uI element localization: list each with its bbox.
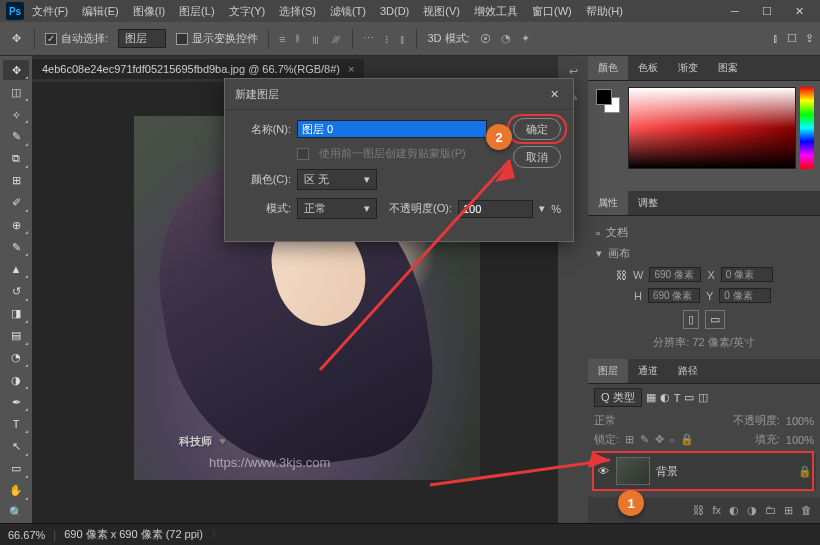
tab-properties[interactable]: 属性 xyxy=(588,191,628,215)
orientation-landscape-icon[interactable]: ▭ xyxy=(705,310,725,329)
align-icon-4[interactable]: ⫻ xyxy=(331,33,342,45)
path-select-tool[interactable]: ↖ xyxy=(3,436,29,456)
name-field[interactable] xyxy=(297,120,487,138)
hue-strip[interactable] xyxy=(800,87,814,169)
blur-tool[interactable]: ◔ xyxy=(3,348,29,368)
layer-row-background[interactable]: 👁 背景 🔒 xyxy=(592,453,816,489)
frame-tool[interactable]: ⊞ xyxy=(3,171,29,191)
color-swatches[interactable] xyxy=(596,89,620,113)
hand-tool[interactable]: ✋ xyxy=(3,481,29,501)
blend-mode[interactable]: 正常 xyxy=(594,413,616,428)
delete-layer-icon[interactable]: 🗑 xyxy=(801,504,812,516)
opacity-field[interactable] xyxy=(458,200,533,218)
layer-filter-type[interactable]: Q 类型 xyxy=(594,388,642,407)
height-field[interactable] xyxy=(648,288,700,303)
threed-icon-1[interactable]: ⦿ xyxy=(480,33,491,45)
menu-window[interactable]: 窗口(W) xyxy=(526,2,578,21)
lock-pixels-icon[interactable]: ✎ xyxy=(640,433,649,446)
menu-plugins[interactable]: 增效工具 xyxy=(468,2,524,21)
menu-filter[interactable]: 滤镜(T) xyxy=(324,2,372,21)
tab-swatches[interactable]: 色板 xyxy=(628,56,668,80)
tab-gradients[interactable]: 渐变 xyxy=(668,56,708,80)
eraser-tool[interactable]: ◨ xyxy=(3,304,29,324)
filter-shape-icon[interactable]: ▭ xyxy=(684,391,694,404)
crop-tool[interactable]: ⧉ xyxy=(3,149,29,169)
workspace-icon[interactable]: ☐ xyxy=(787,32,797,45)
menu-image[interactable]: 图像(I) xyxy=(127,2,171,21)
menu-select[interactable]: 选择(S) xyxy=(273,2,322,21)
maximize-button[interactable]: ☐ xyxy=(752,1,782,21)
gradient-tool[interactable]: ▤ xyxy=(3,326,29,346)
fill-value[interactable]: 100% xyxy=(786,434,814,446)
tab-paths[interactable]: 路径 xyxy=(668,359,708,383)
dialog-close-icon[interactable]: ✕ xyxy=(545,85,563,103)
type-tool[interactable]: T xyxy=(3,414,29,434)
show-transform-checkbox[interactable]: 显示变换控件 xyxy=(176,31,258,46)
distribute-icon[interactable]: ⋯ xyxy=(363,32,374,45)
layer-style-icon[interactable]: fx xyxy=(712,504,721,516)
quick-select-tool[interactable]: ✎ xyxy=(3,126,29,146)
menu-type[interactable]: 文字(Y) xyxy=(223,2,272,21)
menu-layer[interactable]: 图层(L) xyxy=(173,2,220,21)
filter-type-icon[interactable]: T xyxy=(674,392,681,404)
close-button[interactable]: ✕ xyxy=(784,1,814,21)
x-field[interactable] xyxy=(721,267,773,282)
layer-mask-icon[interactable]: ◐ xyxy=(729,504,739,517)
threed-icon-2[interactable]: ◔ xyxy=(501,32,511,45)
tab-color[interactable]: 颜色 xyxy=(588,56,628,80)
orientation-portrait-icon[interactable]: ▯ xyxy=(683,310,699,329)
distribute-icon-2[interactable]: ⫶ xyxy=(384,33,390,45)
auto-select-checkbox[interactable]: 自动选择: xyxy=(45,31,108,46)
auto-select-target[interactable]: 图层 xyxy=(118,29,166,48)
zoom-tool[interactable]: 🔍 xyxy=(3,503,29,523)
new-layer-icon[interactable]: ⊞ xyxy=(784,504,793,517)
lock-pos-icon[interactable]: ✥ xyxy=(655,433,664,446)
link-layers-icon[interactable]: ⛓ xyxy=(693,504,704,516)
layer-thumbnail[interactable] xyxy=(616,457,650,485)
marquee-tool[interactable]: ◫ xyxy=(3,82,29,102)
pen-tool[interactable]: ✒ xyxy=(3,392,29,412)
tab-patterns[interactable]: 图案 xyxy=(708,56,748,80)
color-spectrum[interactable] xyxy=(628,87,796,169)
stamp-tool[interactable]: ▲ xyxy=(3,259,29,279)
tab-layers[interactable]: 图层 xyxy=(588,359,628,383)
zoom-level[interactable]: 66.67% xyxy=(8,529,45,541)
color-select[interactable]: 区 无▾ xyxy=(297,169,377,190)
history-brush-tool[interactable]: ↺ xyxy=(3,281,29,301)
ok-button[interactable]: 确定 xyxy=(513,118,561,140)
align-icon-3[interactable]: ⫼ xyxy=(310,33,321,45)
menu-view[interactable]: 视图(V) xyxy=(417,2,466,21)
move-tool[interactable]: ✥ xyxy=(3,60,29,80)
menu-3d[interactable]: 3D(D) xyxy=(374,3,415,19)
lock-trans-icon[interactable]: ⊞ xyxy=(625,433,634,446)
mode-select[interactable]: 正常▾ xyxy=(297,198,377,219)
shape-tool[interactable]: ▭ xyxy=(3,459,29,479)
menu-edit[interactable]: 编辑(E) xyxy=(76,2,125,21)
lock-artboard-icon[interactable]: ▫ xyxy=(670,434,674,446)
dodge-tool[interactable]: ◑ xyxy=(3,370,29,390)
share-icon[interactable]: ⇪ xyxy=(805,32,814,45)
width-field[interactable] xyxy=(649,267,701,282)
menu-file[interactable]: 文件(F) xyxy=(26,2,74,21)
adjustment-layer-icon[interactable]: ◑ xyxy=(747,504,757,517)
visibility-icon[interactable]: 👁 xyxy=(596,464,610,478)
distribute-icon-3[interactable]: ⫿ xyxy=(400,33,406,45)
opacity-value[interactable]: 100% xyxy=(786,415,814,427)
link-icon[interactable]: ⛓ xyxy=(616,269,627,281)
minimize-button[interactable]: ─ xyxy=(720,1,750,21)
filter-pixels-icon[interactable]: ▦ xyxy=(646,391,656,404)
filter-smart-icon[interactable]: ◫ xyxy=(698,391,708,404)
tab-close-icon[interactable]: × xyxy=(348,63,354,75)
y-field[interactable] xyxy=(719,288,771,303)
tab-adjustments[interactable]: 调整 xyxy=(628,191,668,215)
align-icon[interactable]: ≡ xyxy=(279,33,285,45)
lasso-tool[interactable]: ⟡ xyxy=(3,104,29,124)
search-icon[interactable]: ⫿ xyxy=(773,32,779,45)
align-icon-2[interactable]: ⫵ xyxy=(295,32,300,45)
filter-adjust-icon[interactable]: ◐ xyxy=(660,391,670,404)
group-icon[interactable]: 🗀 xyxy=(765,504,776,516)
threed-icon-3[interactable]: ✦ xyxy=(521,32,530,45)
layer-name[interactable]: 背景 xyxy=(656,464,678,479)
document-tab[interactable]: 4eb6c08e24ec971fdf05215695fbd9ba.jpg @ 6… xyxy=(32,59,364,79)
menu-help[interactable]: 帮助(H) xyxy=(580,2,629,21)
